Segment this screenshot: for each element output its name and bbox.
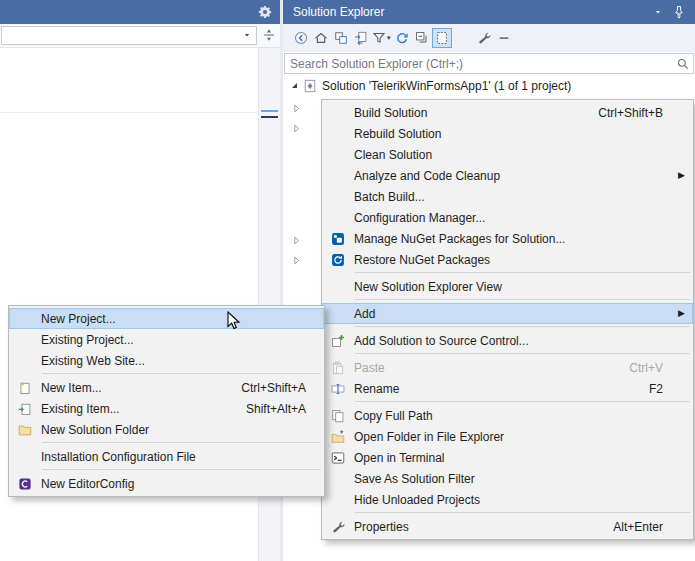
- menu-item-copy-full-path[interactable]: Copy Full Path: [322, 405, 693, 426]
- menu-item-label: New Solution Folder: [41, 423, 149, 437]
- tree-expander-icon[interactable]: [291, 123, 303, 135]
- gear-icon[interactable]: [258, 5, 272, 19]
- back-button[interactable]: [291, 28, 311, 48]
- menu-item-label: Open Folder in File Explorer: [354, 430, 504, 444]
- menu-icon-empty: [327, 126, 349, 142]
- menu-item-add-solution-to-source-control[interactable]: Add Solution to Source Control...: [322, 330, 693, 351]
- nuget-icon: [327, 231, 349, 247]
- editor-divider-line: [0, 112, 258, 113]
- back-icon: [294, 31, 308, 45]
- chevron-down-icon: ▾: [387, 34, 391, 42]
- menu-item-save-as-solution-filter[interactable]: Save As Solution Filter: [322, 468, 693, 489]
- new-folder-icon: [14, 422, 36, 438]
- tree-expander-icon[interactable]: [291, 255, 303, 267]
- menu-separator: [355, 353, 690, 354]
- menu-item-label: Existing Web Site...: [41, 354, 145, 368]
- menu-item-label: Paste: [354, 361, 385, 375]
- search-input[interactable]: [285, 54, 673, 73]
- menu-icon-empty: [327, 189, 349, 205]
- editor-tab-strip: [0, 0, 280, 24]
- menu-item-properties[interactable]: PropertiesAlt+Enter: [322, 516, 693, 537]
- menu-item-paste[interactable]: PasteCtrl+V: [322, 357, 693, 378]
- solution-explorer-toolbar: ▾: [283, 24, 695, 52]
- menu-item-shortcut: Alt+Enter: [593, 520, 663, 534]
- copy-path-icon: [327, 408, 349, 424]
- open-folder-icon: [327, 429, 349, 445]
- menu-item-new-item[interactable]: New Item...Ctrl+Shift+A: [9, 377, 324, 398]
- menu-icon-empty: [327, 210, 349, 226]
- menu-item-rename[interactable]: RenameF2: [322, 378, 693, 399]
- menu-separator: [355, 512, 690, 513]
- show-all-files-button[interactable]: [432, 28, 452, 48]
- menu-item-new-editorconfig[interactable]: New EditorConfig: [9, 473, 324, 494]
- home-icon: [314, 31, 328, 45]
- menu-item-rebuild-solution[interactable]: Rebuild Solution: [322, 123, 693, 144]
- menu-item-restore-nuget-packages[interactable]: Restore NuGet Packages: [322, 249, 693, 270]
- menu-item-label: Rebuild Solution: [354, 127, 441, 141]
- menu-item-label: Copy Full Path: [354, 409, 433, 423]
- menu-item-label: Restore NuGet Packages: [354, 253, 490, 267]
- menu-item-add[interactable]: Add▶: [322, 303, 693, 324]
- submenu-arrow-icon: ▶: [678, 308, 685, 319]
- tree-expander-icon[interactable]: [291, 235, 303, 247]
- chevron-down-icon[interactable]: [650, 4, 666, 20]
- properties-wrench-button[interactable]: [474, 28, 494, 48]
- search-box: [284, 53, 694, 74]
- existing-item-icon: [14, 401, 36, 417]
- menu-separator: [42, 442, 321, 443]
- menu-item-batch-build[interactable]: Batch Build...: [322, 186, 693, 207]
- menu-item-build-solution[interactable]: Build SolutionCtrl+Shift+B: [322, 102, 693, 123]
- menu-item-manage-nuget-packages-for-solution[interactable]: Manage NuGet Packages for Solution...: [322, 228, 693, 249]
- menu-icon-empty: [14, 311, 36, 327]
- mouse-cursor: [227, 311, 241, 332]
- menu-item-new-project[interactable]: New Project...: [9, 308, 324, 329]
- menu-item-label: New EditorConfig: [41, 477, 134, 491]
- menu-item-label: Properties: [354, 520, 409, 534]
- menu-item-existing-project[interactable]: Existing Project...: [9, 329, 324, 350]
- menu-item-configuration-manager[interactable]: Configuration Manager...: [322, 207, 693, 228]
- menu-item-shortcut: F2: [629, 382, 663, 396]
- overflow-dash-button[interactable]: [494, 28, 514, 48]
- solution-explorer-titlebar: Solution Explorer: [283, 0, 695, 24]
- properties-wrench-icon: [477, 31, 491, 45]
- sync-active-document-button[interactable]: [351, 28, 371, 48]
- filter-button[interactable]: ▾: [371, 28, 392, 48]
- menu-item-new-solution-folder[interactable]: New Solution Folder: [9, 419, 324, 440]
- home-button[interactable]: [311, 28, 331, 48]
- menu-item-label: Open in Terminal: [354, 451, 445, 465]
- menu-item-label: Save As Solution Filter: [354, 472, 475, 486]
- tree-expander-expanded-icon[interactable]: [287, 80, 301, 91]
- switch-views-button[interactable]: [331, 28, 351, 48]
- menu-item-open-folder-in-file-explorer[interactable]: Open Folder in File Explorer: [322, 426, 693, 447]
- collapse-all-button[interactable]: [412, 28, 432, 48]
- menu-item-label: Analyze and Code Cleanup: [354, 169, 500, 183]
- tree-item-label: Solution 'TelerikWinFormsApp1' (1 of 1 p…: [322, 79, 571, 93]
- menu-item-label: Manage NuGet Packages for Solution...: [354, 232, 565, 246]
- editor-navigation-bar: [0, 24, 280, 48]
- menu-item-clean-solution[interactable]: Clean Solution: [322, 144, 693, 165]
- menu-item-existing-web-site[interactable]: Existing Web Site...: [9, 350, 324, 371]
- search-icon[interactable]: [673, 57, 693, 71]
- menu-item-label: Hide Unloaded Projects: [354, 493, 480, 507]
- menu-item-open-in-terminal[interactable]: Open in Terminal: [322, 447, 693, 468]
- scrollbar-marker: [261, 110, 278, 112]
- menu-item-new-solution-explorer-view[interactable]: New Solution Explorer View: [322, 276, 693, 297]
- split-window-icon[interactable]: [262, 28, 277, 43]
- menu-item-existing-item[interactable]: Existing Item...Shift+Alt+A: [9, 398, 324, 419]
- tree-expander-icon[interactable]: [291, 103, 303, 115]
- menu-item-analyze-and-code-cleanup[interactable]: Analyze and Code Cleanup▶: [322, 165, 693, 186]
- menu-item-hide-unloaded-projects[interactable]: Hide Unloaded Projects: [322, 489, 693, 510]
- menu-separator: [355, 401, 690, 402]
- menu-item-label: Existing Item...: [41, 402, 120, 416]
- overflow-dash-icon: [497, 31, 511, 45]
- pin-icon[interactable]: [671, 4, 687, 20]
- menu-item-installation-configuration-file[interactable]: Installation Configuration File: [9, 446, 324, 467]
- refresh-button[interactable]: [392, 28, 412, 48]
- menu-icon-empty: [327, 471, 349, 487]
- menu-item-label: New Item...: [41, 381, 102, 395]
- editor-navbar-dropdown[interactable]: [1, 26, 257, 45]
- menu-icon-empty: [14, 353, 36, 369]
- tree-item-solution-root[interactable]: Solution 'TelerikWinFormsApp1' (1 of 1 p…: [283, 76, 695, 95]
- menu-icon-empty: [327, 306, 349, 322]
- menu-icon-empty: [327, 105, 349, 121]
